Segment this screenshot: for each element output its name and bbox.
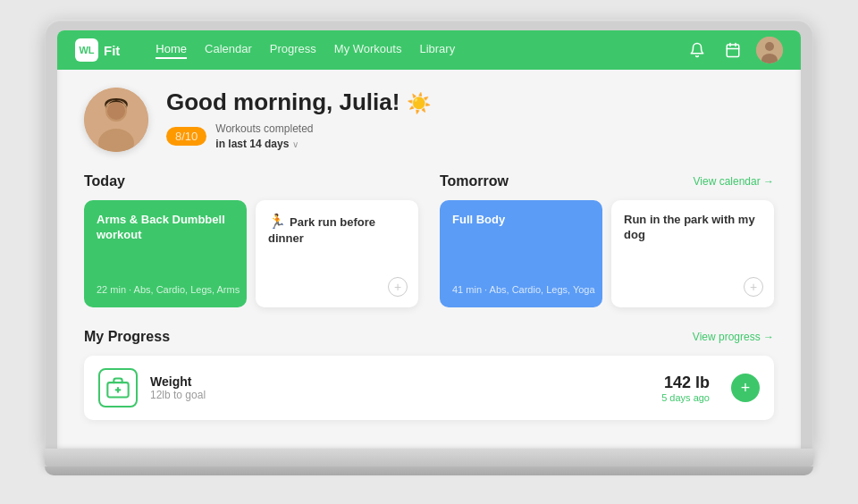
today-card-2-add[interactable]: + [388,277,408,297]
progress-value-col: 142 lb 5 days ago [661,374,710,403]
svg-point-5 [765,42,774,51]
nav-progress[interactable]: Progress [270,42,316,59]
laptop-base [45,449,813,466]
today-title: Today [84,173,125,189]
today-cards: Arms & Back Dumbbell workout 22 min · Ab… [84,200,418,307]
progress-header: My Progress View progress → [84,329,774,345]
nav-calendar[interactable]: Calendar [205,42,252,59]
tomorrow-title: Tomorrow [440,173,509,189]
tomorrow-card-2-title: Run in the park with my dog [624,213,761,243]
add-progress-button[interactable]: + [731,374,760,402]
view-calendar-link[interactable]: View calendar → [694,175,775,188]
user-avatar [84,88,148,152]
calendar-icon[interactable] [720,38,745,63]
nav-home[interactable]: Home [156,42,187,59]
today-card-1[interactable]: Arms & Back Dumbbell workout 22 min · Ab… [84,200,247,307]
hero-info: Good morning, Julia! ☀️ 8/10 Workouts co… [166,88,774,152]
weight-icon [98,368,138,407]
progress-info: Weight 12lb to goal [150,374,649,401]
laptop-foot [45,466,813,475]
logo: WL Fit [75,38,120,62]
progress-title: My Progress [84,329,170,345]
progress-label: Weight [150,374,649,389]
svg-rect-0 [727,45,739,57]
stats-row: 8/10 Workouts completed in last 14 days … [166,122,774,152]
progress-section: My Progress View progress → [84,329,774,420]
runner-emoji: 🏃 [268,214,286,229]
tomorrow-section: Tomorrow View calendar → Full Body 41 mi… [440,173,774,307]
workouts-stats-text: Workouts completed in last 14 days ∨ [215,122,313,152]
logo-badge: WL [75,38,98,62]
today-card-1-title: Arms & Back Dumbbell workout [97,213,234,243]
tomorrow-card-1-meta: 41 min · Abs, Cardio, Legs, Yoga [452,284,595,295]
today-card-2-title: 🏃Park run before dinner [268,213,406,247]
tomorrow-header: Tomorrow View calendar → [440,173,774,189]
nav-library[interactable]: Library [419,42,455,59]
main-content: Good morning, Julia! ☀️ 8/10 Workouts co… [57,70,801,449]
view-progress-link[interactable]: View progress → [693,331,774,343]
progress-item-weight: Weight 12lb to goal 142 lb 5 days ago + [84,356,774,420]
greeting-text: Good morning, Julia! ☀️ [166,88,774,116]
today-card-2[interactable]: 🏃Park run before dinner + [256,200,418,307]
tomorrow-card-2-add[interactable]: + [744,277,763,297]
nav-myworkouts[interactable]: My Workouts [334,42,402,59]
tomorrow-card-1[interactable]: Full Body 41 min · Abs, Cardio, Legs, Yo… [440,200,602,307]
progress-value: 142 lb [661,374,710,392]
tomorrow-card-2[interactable]: Run in the park with my dog + [611,200,774,307]
tomorrow-cards: Full Body 41 min · Abs, Cardio, Legs, Yo… [440,200,774,307]
user-avatar-nav[interactable] [756,37,783,63]
today-section: Today Arms & Back Dumbbell workout 22 mi… [84,173,418,307]
progress-sublabel: 12lb to goal [150,389,649,401]
sections-row: Today Arms & Back Dumbbell workout 22 mi… [84,173,774,307]
nav-right [685,37,783,63]
bell-icon[interactable] [685,38,710,63]
brand-name: Fit [104,43,120,58]
hero-section: Good morning, Julia! ☀️ 8/10 Workouts co… [84,88,774,152]
navbar: WL Fit Home Calendar Progress My Workout… [57,30,801,70]
today-card-1-meta: 22 min · Abs, Cardio, Legs, Arms [97,284,240,295]
tomorrow-card-1-title: Full Body [452,213,590,228]
today-header: Today [84,173,418,189]
nav-links: Home Calendar Progress My Workouts Libra… [156,42,685,59]
svg-point-10 [107,102,125,120]
workouts-badge: 8/10 [166,127,206,146]
progress-time: 5 days ago [661,392,710,403]
greeting-emoji: ☀️ [407,92,431,114]
